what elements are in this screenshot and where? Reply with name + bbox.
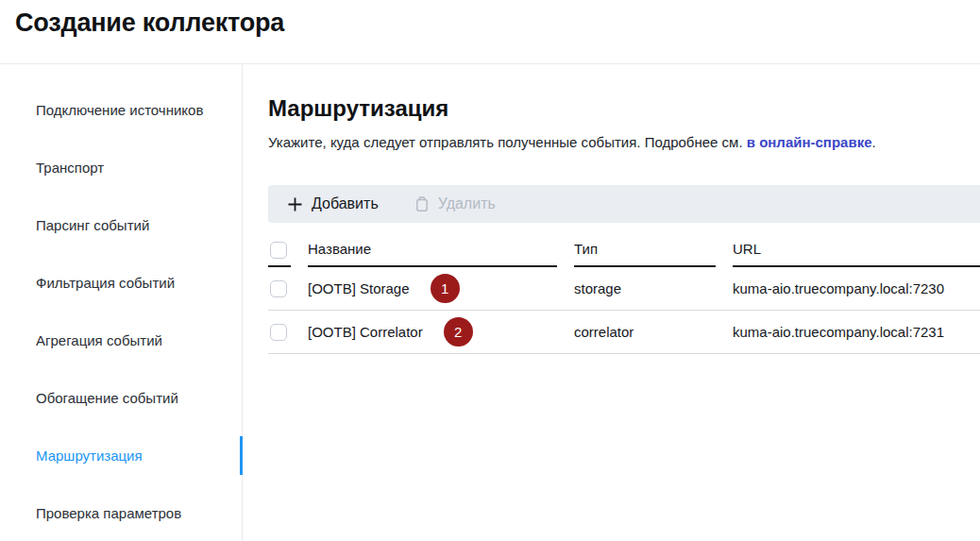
destination-name: [OOTB] Correlator — [308, 324, 423, 340]
table-row[interactable]: [OOTB] Correlator 2 correlator kuma-aio.… — [268, 311, 980, 354]
destination-type: correlator — [574, 324, 716, 340]
sidebar-item-label: Транспорт — [36, 160, 104, 176]
table-toolbar: Добавить Удалить — [268, 185, 980, 223]
column-header-type: Тип — [574, 241, 716, 267]
description-text: Укажите, куда следует отправлять получен… — [268, 134, 747, 150]
sidebar-item-source-connection[interactable]: Подключение источников — [0, 81, 242, 139]
column-header-url: URL — [733, 241, 980, 267]
sidebar-item-label: Агрегация событий — [36, 332, 162, 348]
delete-button-label: Удалить — [438, 195, 496, 212]
page-header: Создание коллектора — [0, 0, 980, 64]
destination-name: [OOTB] Storage — [308, 280, 410, 296]
content: Подключение источников Транспорт Парсинг… — [0, 64, 980, 541]
destination-name-cell: [OOTB] Correlator 2 — [308, 317, 557, 347]
table-header-row: Название Тип URL — [268, 241, 980, 267]
select-all-checkbox[interactable] — [270, 242, 287, 259]
page-title: Создание коллектора — [15, 8, 965, 38]
row-checkbox[interactable] — [270, 280, 287, 297]
callout-badge: 1 — [431, 274, 460, 303]
destination-url: kuma-aio.truecompany.local:7230 — [733, 280, 980, 296]
sidebar-item-event-filtering[interactable]: Фильтрация событий — [0, 254, 242, 312]
online-help-link[interactable]: в онлайн-справке — [747, 134, 872, 150]
sidebar-item-event-parsing[interactable]: Парсинг событий — [0, 196, 242, 254]
sidebar-item-label: Маршрутизация — [36, 448, 143, 464]
column-header-name: Название — [308, 241, 557, 267]
header-checkbox-cell — [268, 242, 291, 267]
sidebar-item-parameter-check[interactable]: Проверка параметров — [0, 484, 242, 541]
destination-name-cell: [OOTB] Storage 1 — [308, 274, 557, 303]
sidebar-item-routing[interactable]: Маршрутизация — [0, 427, 242, 484]
callout-badge: 2 — [444, 317, 473, 347]
plus-icon — [287, 196, 303, 212]
row-checkbox-cell — [268, 280, 291, 297]
sidebar-item-event-aggregation[interactable]: Агрегация событий — [0, 312, 242, 369]
table-row[interactable]: [OOTB] Storage 1 storage kuma-aio.trueco… — [268, 267, 980, 311]
sidebar-item-label: Парсинг событий — [36, 217, 149, 233]
sidebar-item-label: Обогащение событий — [36, 390, 178, 406]
destination-url: kuma-aio.truecompany.local:7231 — [733, 324, 980, 340]
sidebar-item-label: Проверка параметров — [36, 505, 181, 521]
sidebar-item-event-enrichment[interactable]: Обогащение событий — [0, 369, 242, 427]
sidebar-item-label: Фильтрация событий — [36, 275, 175, 291]
section-title: Маршрутизация — [268, 95, 980, 122]
trash-icon — [414, 195, 430, 212]
add-button-label: Добавить — [312, 195, 379, 212]
description-period: . — [872, 134, 876, 150]
row-checkbox[interactable] — [270, 324, 287, 341]
main-panel: Маршрутизация Укажите, куда следует отпр… — [243, 64, 980, 541]
section-description: Укажите, куда следует отправлять получен… — [268, 134, 980, 151]
sidebar-item-transport[interactable]: Транспорт — [0, 139, 242, 196]
wizard-step-sidebar: Подключение источников Транспорт Парсинг… — [0, 64, 243, 541]
delete-button[interactable]: Удалить — [414, 195, 496, 212]
add-button[interactable]: Добавить — [287, 195, 379, 212]
sidebar-item-label: Подключение источников — [36, 102, 203, 118]
destination-type: storage — [574, 280, 716, 296]
row-checkbox-cell — [268, 324, 291, 341]
